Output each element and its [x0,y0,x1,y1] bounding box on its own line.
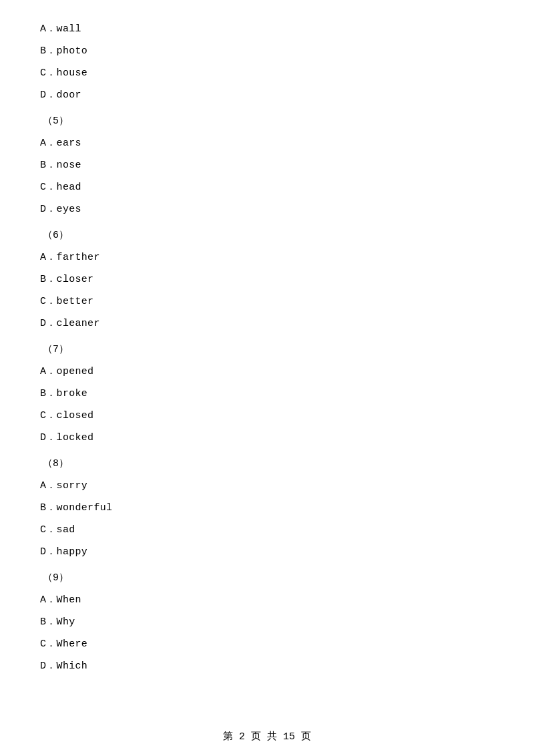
option-q4-2: C．closed [40,407,494,425]
option-q1-2: C．house [40,64,494,82]
option-q2-2: C．head [40,178,494,196]
question-number-4: （7） [40,341,494,359]
option-q6-2: C．Where [40,635,494,653]
option-q1-3: D．door [40,86,494,104]
option-q5-3: D．happy [40,543,494,561]
question-number-6: （9） [40,569,494,587]
option-q4-3: D．locked [40,429,494,447]
footer-text: 第 2 页 共 15 页 [223,731,311,743]
option-q5-1: B．wonderful [40,499,494,517]
question-number-2: （5） [40,112,494,130]
option-q4-0: A．opened [40,363,494,381]
option-q5-0: A．sorry [40,477,494,495]
option-q1-1: B．photo [40,42,494,60]
question-number-3: （6） [40,226,494,244]
option-q6-1: B．Why [40,613,494,631]
option-q4-1: B．broke [40,385,494,403]
option-q3-2: C．better [40,293,494,311]
option-q2-0: A．ears [40,134,494,152]
question-number-5: （8） [40,455,494,473]
page-footer: 第 2 页 共 15 页 [0,730,534,743]
option-q3-0: A．farther [40,248,494,266]
option-q2-3: D．eyes [40,200,494,218]
option-q3-1: B．closer [40,270,494,289]
option-q1-0: A．wall [40,20,494,38]
main-content: A．wallB．photoC．houseD．door（5）A．earsB．nos… [0,0,534,719]
option-q3-3: D．cleaner [40,315,494,333]
option-q5-2: C．sad [40,521,494,539]
option-q2-1: B．nose [40,156,494,174]
option-q6-0: A．When [40,591,494,609]
option-q6-3: D．Which [40,657,494,675]
